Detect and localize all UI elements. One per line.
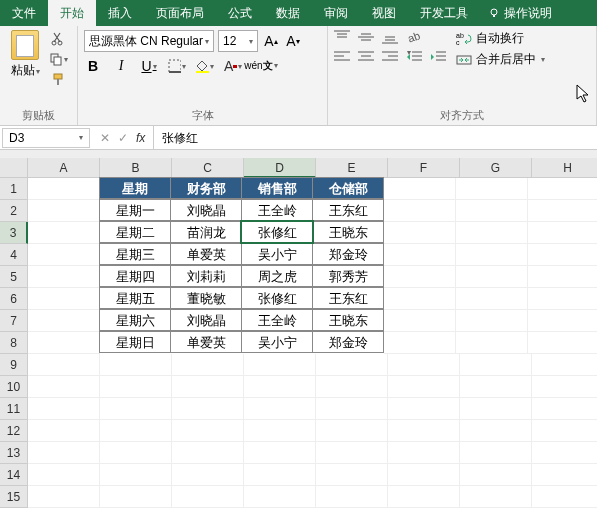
- cell-F4[interactable]: [384, 244, 456, 266]
- copy-button[interactable]: ▾: [48, 50, 68, 68]
- cell-G5[interactable]: [456, 266, 528, 288]
- cell-A5[interactable]: [28, 266, 100, 288]
- cell-C3[interactable]: 苗润龙: [170, 221, 242, 243]
- fill-color-button[interactable]: ▾: [196, 56, 214, 76]
- cell-A4[interactable]: [28, 244, 100, 266]
- cell-G12[interactable]: [460, 420, 532, 442]
- cell-E1[interactable]: 仓储部: [312, 177, 384, 199]
- cell-H15[interactable]: [532, 486, 597, 508]
- align-right-button[interactable]: [382, 50, 400, 66]
- col-header-E[interactable]: E: [316, 158, 388, 178]
- paste-button[interactable]: 粘贴▾: [6, 30, 44, 88]
- cell-F11[interactable]: [388, 398, 460, 420]
- name-box[interactable]: D3▾: [2, 128, 90, 148]
- cell-B2[interactable]: 星期一: [99, 199, 171, 221]
- cell-D12[interactable]: [244, 420, 316, 442]
- cell-C4[interactable]: 单爱英: [170, 243, 242, 265]
- tab-视图[interactable]: 视图: [360, 0, 408, 26]
- cell-G10[interactable]: [460, 376, 532, 398]
- cell-A11[interactable]: [28, 398, 100, 420]
- cell-F7[interactable]: [384, 310, 456, 332]
- row-header-9[interactable]: 9: [0, 354, 28, 376]
- cell-D2[interactable]: 王全岭: [241, 199, 313, 221]
- cut-button[interactable]: [48, 30, 68, 48]
- bold-button[interactable]: B: [84, 56, 102, 76]
- cell-G11[interactable]: [460, 398, 532, 420]
- row-header-12[interactable]: 12: [0, 420, 28, 442]
- cell-H10[interactable]: [532, 376, 597, 398]
- cell-G3[interactable]: [456, 222, 528, 244]
- formula-bar[interactable]: 张修红: [153, 126, 597, 150]
- row-header-6[interactable]: 6: [0, 288, 28, 310]
- cell-H11[interactable]: [532, 398, 597, 420]
- cell-D5[interactable]: 周之虎: [241, 265, 313, 287]
- cell-E14[interactable]: [316, 464, 388, 486]
- tab-数据[interactable]: 数据: [264, 0, 312, 26]
- col-header-F[interactable]: F: [388, 158, 460, 178]
- cell-F3[interactable]: [384, 222, 456, 244]
- cell-D15[interactable]: [244, 486, 316, 508]
- cell-C13[interactable]: [172, 442, 244, 464]
- cell-H6[interactable]: [528, 288, 597, 310]
- cell-G6[interactable]: [456, 288, 528, 310]
- align-left-button[interactable]: [334, 50, 352, 66]
- row-header-8[interactable]: 8: [0, 332, 28, 354]
- cell-A6[interactable]: [28, 288, 100, 310]
- cell-E4[interactable]: 郑金玲: [312, 243, 384, 265]
- row-header-15[interactable]: 15: [0, 486, 28, 508]
- cell-H7[interactable]: [528, 310, 597, 332]
- cell-H4[interactable]: [528, 244, 597, 266]
- cell-C6[interactable]: 董晓敏: [170, 287, 242, 309]
- cell-B7[interactable]: 星期六: [99, 309, 171, 331]
- cell-G1[interactable]: [456, 178, 528, 200]
- row-header-4[interactable]: 4: [0, 244, 28, 266]
- cell-C8[interactable]: 单爱英: [170, 331, 242, 353]
- cell-G4[interactable]: [456, 244, 528, 266]
- cell-A1[interactable]: [28, 178, 100, 200]
- tab-公式[interactable]: 公式: [216, 0, 264, 26]
- cell-H14[interactable]: [532, 464, 597, 486]
- align-center-button[interactable]: [358, 50, 376, 66]
- tab-页面布局[interactable]: 页面布局: [144, 0, 216, 26]
- underline-button[interactable]: U▾: [140, 56, 158, 76]
- align-bottom-button[interactable]: [382, 30, 400, 46]
- cell-E5[interactable]: 郭秀芳: [312, 265, 384, 287]
- row-header-7[interactable]: 7: [0, 310, 28, 332]
- merge-center-button[interactable]: 合并后居中▾: [456, 51, 545, 68]
- cell-B1[interactable]: 星期: [99, 177, 171, 199]
- row-header-11[interactable]: 11: [0, 398, 28, 420]
- cell-H5[interactable]: [528, 266, 597, 288]
- enter-formula-button[interactable]: ✓: [118, 131, 128, 145]
- row-header-10[interactable]: 10: [0, 376, 28, 398]
- cell-A10[interactable]: [28, 376, 100, 398]
- cell-B6[interactable]: 星期五: [99, 287, 171, 309]
- cell-F2[interactable]: [384, 200, 456, 222]
- cell-F1[interactable]: [384, 178, 456, 200]
- cell-H3[interactable]: [528, 222, 597, 244]
- cell-F9[interactable]: [388, 354, 460, 376]
- cell-D8[interactable]: 吴小宁: [241, 331, 313, 353]
- decrease-font-button[interactable]: A▾: [284, 31, 302, 51]
- cell-G7[interactable]: [456, 310, 528, 332]
- cell-G14[interactable]: [460, 464, 532, 486]
- cell-C14[interactable]: [172, 464, 244, 486]
- cell-B5[interactable]: 星期四: [99, 265, 171, 287]
- cell-D10[interactable]: [244, 376, 316, 398]
- orientation-button[interactable]: ab▾: [406, 30, 424, 46]
- cell-C15[interactable]: [172, 486, 244, 508]
- row-header-13[interactable]: 13: [0, 442, 28, 464]
- tab-开始[interactable]: 开始: [48, 0, 96, 26]
- border-button[interactable]: ▾: [168, 56, 186, 76]
- row-header-1[interactable]: 1: [0, 178, 28, 200]
- cell-H13[interactable]: [532, 442, 597, 464]
- increase-indent-button[interactable]: [430, 50, 448, 66]
- cell-E10[interactable]: [316, 376, 388, 398]
- format-painter-button[interactable]: [48, 70, 68, 88]
- tab-审阅[interactable]: 审阅: [312, 0, 360, 26]
- cell-B14[interactable]: [100, 464, 172, 486]
- cell-D7[interactable]: 王全岭: [241, 309, 313, 331]
- cell-E9[interactable]: [316, 354, 388, 376]
- cell-F8[interactable]: [384, 332, 456, 354]
- font-color-button[interactable]: A▾: [224, 56, 242, 76]
- cell-F10[interactable]: [388, 376, 460, 398]
